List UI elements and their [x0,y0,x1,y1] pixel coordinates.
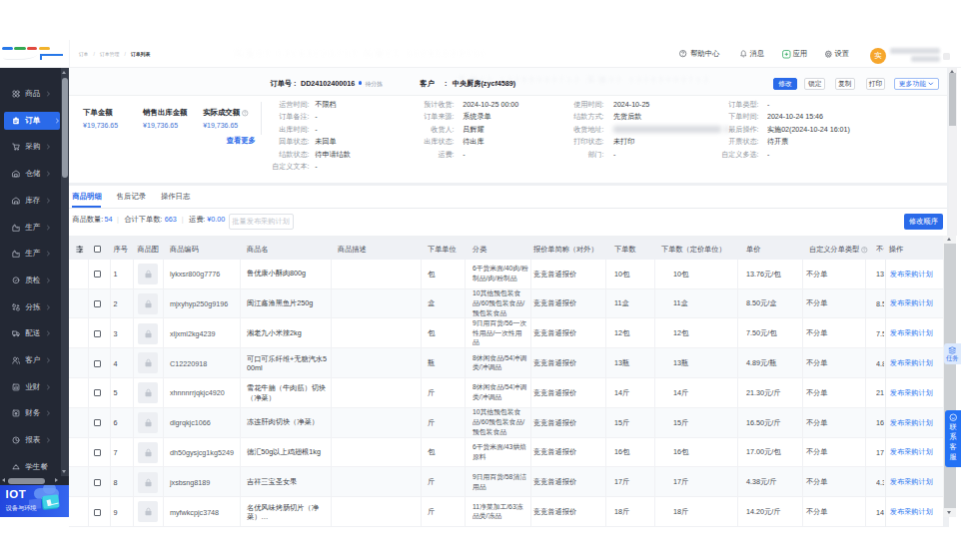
sidebar-item-label: 仓储 [25,169,40,179]
sidebar-item-inventory[interactable]: 库存 [0,190,61,211]
sidebar-item-goods[interactable]: 商品 [0,84,61,105]
col-cat: 分类 [473,240,486,260]
row-checkbox[interactable] [94,289,101,319]
sidebar-item-finance[interactable]: 财务 [0,403,61,424]
breadcrumb-item[interactable]: 订单 [79,51,89,57]
table-scroll-down-icon[interactable] [947,511,951,514]
iot-banner[interactable]: IOT 设备与环境 [0,485,69,518]
product-image-placeholder[interactable] [138,382,158,403]
sidebar-item-report[interactable]: 报表 [0,430,61,451]
product-image-placeholder[interactable] [138,412,158,433]
publish-purchase-plan-link[interactable]: 发布采购计划 [890,438,933,468]
sidebar-scrollbar-thumb[interactable] [62,78,68,178]
row-checkbox[interactable] [94,348,101,378]
product-image-placeholder[interactable] [138,352,158,373]
task-float-button[interactable]: 任务 [944,343,961,364]
sidebar-scroll-up-icon[interactable] [62,71,66,74]
product-image-placeholder[interactable] [138,442,158,463]
modify-order-button[interactable]: 修改顺序 [904,214,944,230]
publish-purchase-plan-link[interactable]: 发布采购计划 [890,318,933,348]
lock-icon [144,270,153,279]
cell-qty: 11盒 [614,289,629,319]
reorder-icon[interactable] [76,240,84,260]
product-image-placeholder[interactable] [138,264,158,284]
sidebar-hscrollbar-thumb[interactable] [8,478,45,484]
print-button[interactable]: 打印 [866,78,885,91]
bell-icon [740,50,747,58]
tab-1[interactable]: 售后记录 [117,186,146,208]
product-image-placeholder[interactable] [138,501,158,522]
row-checkbox[interactable] [94,408,101,438]
product-image-placeholder[interactable] [138,323,158,344]
row-checkbox[interactable] [94,438,101,468]
edit-button[interactable]: 修改 [773,78,797,91]
sidebar-item-production[interactable]: 生产 [0,217,61,238]
sidebar-item-production[interactable]: 生产 [0,244,61,265]
row-checkbox[interactable] [94,260,101,289]
settings-label: 设置 [834,49,849,59]
messages-button[interactable]: 消息 [740,40,764,68]
breadcrumb-separator: / [124,52,125,57]
publish-purchase-plan-link[interactable]: 发布采购计划 [890,289,933,319]
help-center-button[interactable]: 帮助中心 [679,40,719,68]
cell-unit: 斤 [428,378,435,408]
publish-purchase-plan-link[interactable]: 发布采购计划 [890,348,933,378]
cell-qty2: 11盒 [673,289,688,319]
sidebar-item-quality[interactable]: 质检 [0,270,61,290]
sidebar-item-label: 财务 [25,408,40,418]
cell-qty2: 12包 [673,318,688,348]
sidebar-item-bizfinance[interactable]: 业财 [0,376,61,397]
sorting-icon [12,303,20,311]
sidebar-item-customer[interactable]: 客户 [0,350,61,371]
publish-purchase-plan-link[interactable]: 发布采购计划 [890,378,933,408]
row-checkbox[interactable] [94,467,101,497]
logo-curve [3,51,37,60]
cell-price: 14.20元/斤 [746,497,780,527]
sidebar-item-purchase[interactable]: 采购 [0,137,61,158]
sidebar-item-orders[interactable]: 订单 [0,110,61,131]
product-image-placeholder[interactable] [138,293,158,314]
sidebar-scroll-left-icon[interactable] [2,478,5,482]
content-scrollbar-thumb[interactable] [949,73,956,126]
breadcrumb-current: 订单列表 [131,51,151,57]
apps-button[interactable]: 应用 [782,40,807,68]
cell-unit: 包 [428,318,435,348]
more-actions-button[interactable]: 更多功能 [894,78,939,91]
cell-unit: 斤 [428,408,435,438]
settings-button[interactable]: 设置 [824,40,849,68]
batch-publish-button[interactable]: 批量发布采购计划 [229,214,294,230]
cell-clipped-price: 4.38 [876,467,884,497]
row-checkbox[interactable] [94,318,101,348]
tab-0[interactable]: 商品明细 [72,186,101,208]
sidebar-item-delivery[interactable]: 配送 [0,323,61,344]
row-checkbox[interactable] [94,497,101,527]
sidebar-scroll-right-icon[interactable] [55,478,58,482]
publish-purchase-plan-link[interactable]: 发布采购计划 [890,408,933,438]
action-cell: 发布采购计划 [885,438,943,468]
row-checkbox[interactable] [94,378,101,408]
copy-button[interactable]: 复制 [835,78,855,91]
publish-purchase-plan-link[interactable]: 发布采购计划 [890,260,933,289]
sidebar-item-sorting[interactable]: 分拣 [0,296,61,317]
sidebar-item-meal[interactable]: 学生餐 [0,456,61,477]
tab-2[interactable]: 操作日志 [161,186,190,208]
cell-split: 不分单 [806,318,828,348]
table-scroll-up-icon[interactable] [947,238,951,241]
logo-bar-red [27,47,38,50]
table-scrollbar-track[interactable] [943,236,956,517]
publish-purchase-plan-link[interactable]: 发布采购计划 [890,467,933,497]
sidebar-item-warehouse[interactable]: 仓储 [0,164,61,185]
contact-service-button[interactable]: 联系客服 [945,410,961,468]
publish-purchase-plan-link[interactable]: 发布采购计划 [890,497,933,527]
table-scrollbar-thumb[interactable] [944,244,956,508]
lock-button[interactable]: 锁定 [804,78,825,91]
collapse-icon[interactable] [943,53,950,60]
product-image-placeholder[interactable] [138,472,158,493]
chevron-right-icon [47,304,50,309]
cell-split: 不分单 [806,289,828,319]
select-all-checkbox[interactable] [94,240,101,260]
sidebar-scroll-down-icon[interactable] [62,470,66,473]
chevron-right-icon [47,384,50,389]
avatar[interactable]: 实 [870,48,886,64]
breadcrumb-item[interactable]: 订单管理 [100,51,120,57]
